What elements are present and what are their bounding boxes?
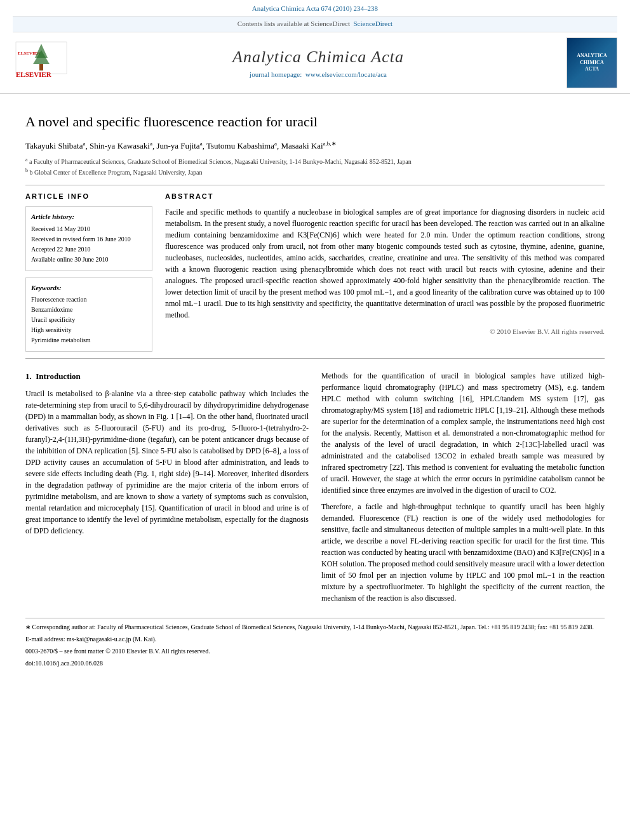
keyword-4: High sensitivity [31, 326, 147, 335]
author-2: Shin-ya Kawasaki [90, 142, 150, 151]
homepage-label: journal homepage: [250, 70, 302, 78]
author-4: Tsutomu Kabashima [206, 142, 274, 151]
intro-para-1: Uracil is metabolised to β-alanine via a… [25, 388, 309, 537]
footnote-area: ∗ Corresponding author at: Faculty of Ph… [25, 618, 605, 668]
sciencedirect-label: Contents lists available at ScienceDirec… [238, 20, 350, 27]
journal-header: Analytica Chimica Acta 674 (2010) 234–23… [0, 0, 630, 94]
received-date: Received 14 May 2010 [31, 225, 147, 234]
available-date: Available online 30 June 2010 [31, 255, 147, 264]
homepage-url[interactable]: www.elsevier.com/locate/aca [305, 70, 387, 78]
section-number: 1. [25, 371, 32, 381]
abstract-heading: ABSTRACT [165, 192, 605, 201]
journal-homepage: journal homepage: www.elsevier.com/locat… [70, 70, 566, 79]
article-history-box: Article history: Received 14 May 2010 Re… [25, 206, 152, 270]
section-divider-1 [25, 185, 605, 185]
author-5: Masaaki Kai [281, 142, 323, 151]
journal-citation: Analytica Chimica Acta 674 (2010) 234–23… [13, 4, 617, 13]
accepted-date: Accepted 22 June 2010 [31, 245, 147, 254]
svg-rect-4 [39, 64, 43, 70]
affiliation-b: b b Global Center of Excellence Program,… [25, 167, 605, 177]
authors-line: Takayuki Shibataa, Shin-ya Kawasakia, Ju… [25, 140, 605, 152]
keyword-1: Fluorescence reaction [31, 295, 147, 304]
author-1: Takayuki Shibata [25, 142, 83, 151]
footnote-email: E-mail address: ms-kai@nagasaki-u.ac.jp … [25, 634, 605, 644]
journal-name: Analytica Chimica Acta [70, 46, 566, 69]
affiliations: a a Faculty of Pharmaceutical Sciences, … [25, 156, 605, 177]
journal-cover-image: ANALYTICA CHIMICA ACTA [566, 37, 617, 88]
main-content: A novel and specific fluorescence reacti… [0, 94, 630, 683]
author-3: Jun-ya Fujita [156, 142, 199, 151]
abstract-panel: ABSTRACT Facile and specific methods to … [165, 192, 605, 352]
body-columns: 1. Introduction Uracil is metabolised to… [25, 370, 605, 609]
received-revised-date: Received in revised form 16 June 2010 [31, 235, 147, 244]
elsevier-logo: ELSEVIER ELSEVIER [13, 39, 70, 86]
journal-center: Analytica Chimica Acta journal homepage:… [70, 46, 566, 80]
section-divider-2 [25, 358, 605, 359]
footnote-corresponding: ∗ Corresponding author at: Faculty of Ph… [25, 622, 605, 632]
copyright-line: © 2010 Elsevier B.V. All rights reserved… [165, 327, 605, 337]
article-info-heading: ARTICLE INFO [25, 192, 152, 201]
footnote-issn: 0003-2670/$ – see front matter © 2010 El… [25, 646, 605, 656]
body-col-left: 1. Introduction Uracil is metabolised to… [25, 370, 309, 609]
body-col-right: Methods for the quantification of uracil… [321, 370, 605, 609]
affiliation-a: a a Faculty of Pharmaceutical Sciences, … [25, 156, 605, 166]
keyword-5: Pyrimidine metabolism [31, 336, 147, 345]
keyword-2: Benzamidoxime [31, 305, 147, 314]
journal-title-area: ELSEVIER ELSEVIER Analytica Chimica Acta… [13, 32, 617, 93]
journal-cover-text: ANALYTICA CHIMICA ACTA [577, 53, 607, 72]
section-title: Introduction [36, 371, 81, 381]
keywords-title: Keywords: [31, 283, 147, 293]
article-info-abstract-row: ARTICLE INFO Article history: Received 1… [25, 192, 605, 352]
keywords-box: Keywords: Fluorescence reaction Benzamid… [25, 277, 152, 352]
footnote-doi: doi:10.1016/j.aca.2010.06.028 [25, 658, 605, 668]
intro-para-3: Therefore, a facile and high-throughput … [321, 501, 605, 604]
journal-citation-text: Analytica Chimica Acta 674 (2010) 234–23… [252, 4, 378, 12]
svg-text:ELSEVIER: ELSEVIER [16, 70, 52, 78]
article-info-panel: ARTICLE INFO Article history: Received 1… [25, 192, 152, 352]
intro-heading: 1. Introduction [25, 370, 309, 383]
sciencedirect-bar: Contents lists available at ScienceDirec… [13, 16, 617, 32]
keyword-3: Uracil specificity [31, 316, 147, 324]
sciencedirect-link[interactable]: ScienceDirect [353, 20, 392, 27]
abstract-text: Facile and specific methods to quantify … [165, 206, 605, 321]
intro-para-2: Methods for the quantification of uracil… [321, 370, 605, 496]
article-title: A novel and specific fluorescence reacti… [25, 113, 605, 131]
history-title: Article history: [31, 212, 147, 222]
